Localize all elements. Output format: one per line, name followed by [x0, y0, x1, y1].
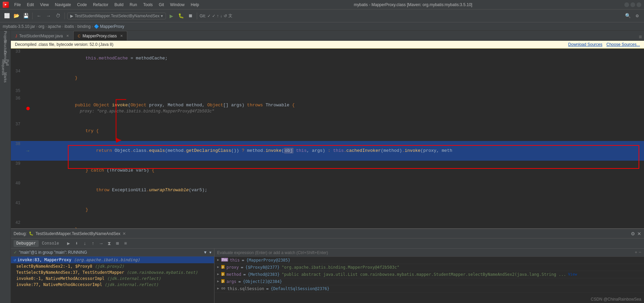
var-arrow-this[interactable]: ▶ [217, 258, 219, 262]
debug-frame-2[interactable]: TestSelectByNameAndSex:37, TestStudentMa… [11, 269, 214, 275]
git-checkmark2[interactable]: ✓ [212, 14, 215, 18]
forward-btn[interactable]: → [44, 12, 53, 20]
debug-run-config[interactable]: TestStudentMapper.TestSelectByNameAndSex [36, 231, 120, 236]
var-name-method: method [227, 272, 241, 277]
sidebar-marks[interactable]: Marks [1, 73, 10, 82]
debug-run-to-cursor-icon[interactable]: → [98, 240, 105, 247]
menu-file[interactable]: File [12, 2, 23, 8]
var-arrow-method[interactable]: ▶ [217, 272, 219, 276]
filter-dropdown-icon[interactable]: ▾ [209, 250, 211, 255]
debug-close-icon[interactable]: ✕ [637, 231, 641, 236]
breadcrumb-mapperproxy[interactable]: MapperProxy [100, 24, 124, 29]
debug-frame-1[interactable]: selectByNameAndSex2:-1, $Proxy8 (jdk.pro… [11, 263, 214, 269]
var-arrow-args[interactable]: ▶ [217, 279, 219, 283]
debug-frame-3[interactable]: invoke0:-1, NativeMethodAccessorImpl (jd… [11, 275, 214, 282]
menu-help[interactable]: Help [188, 2, 202, 8]
breadcrumb-binding[interactable]: binding [77, 24, 91, 29]
menu-edit[interactable]: Edit [24, 2, 37, 8]
eval-minus-icon[interactable]: − [639, 250, 641, 255]
debug-stop-over-icon[interactable]: ⬇ [73, 240, 80, 247]
debug-run-close[interactable]: ✕ [122, 231, 126, 236]
open-btn[interactable]: 📂 [12, 12, 20, 20]
sidebar-pull-requests[interactable]: Pull Requests [1, 63, 10, 72]
git-pull[interactable]: ↓ [220, 14, 222, 18]
line-content-38: return Object.class.equals(method.getDec… [31, 141, 644, 161]
debug-step-out-icon[interactable]: ↑ [90, 240, 96, 247]
line-content-33: this.methodCache = methodCache; [31, 49, 644, 68]
breadcrumb: mybatis-3.5.10.jar › org › apache › ibat… [0, 22, 644, 31]
menu-refactor[interactable]: Refactor [90, 2, 111, 8]
menu-build[interactable]: Build [112, 2, 126, 8]
tab-settings-right[interactable]: ≡ [639, 34, 644, 40]
breadcrumb-org[interactable]: org [38, 24, 44, 29]
decompiled-text: Decompiled .class file, bytecode version… [15, 42, 113, 47]
maximize-button[interactable] [630, 2, 635, 7]
var-arrow-sqlsession[interactable]: ▶ [217, 286, 219, 290]
git-checkmark[interactable]: ✓ [207, 14, 211, 18]
debug-tab-debugger[interactable]: Debugger [14, 240, 39, 247]
eval-add-icon[interactable]: + [634, 250, 637, 255]
breadcrumb-ibatis[interactable]: ibatis [64, 24, 74, 29]
line-content-34: } [31, 68, 644, 88]
debug-content: ✓ "main"@1 in group "main": RUNNING ▼ ▾ … [11, 249, 644, 303]
debug-frame-0[interactable]: ↺ invoke:83, MapperProxy (org.apache.iba… [11, 256, 214, 263]
code-editor[interactable]: 33 this.methodCache = methodCache; 34 } [11, 49, 644, 228]
run-config-label: TestStudentMapper.TestSelectByNameAndSex [75, 14, 159, 18]
var-arrow-proxy[interactable]: ▶ [217, 265, 219, 269]
gutter-38: → [24, 141, 31, 161]
debug-settings-icon[interactable]: ⚙ [631, 231, 635, 236]
run-config-dropdown[interactable]: ▾ [161, 14, 163, 18]
new-project-btn[interactable]: ⬜ [3, 12, 11, 20]
history-btn[interactable]: ⏱ [54, 12, 62, 20]
git-push[interactable]: ↑ [217, 14, 219, 18]
var-str-method: "public abstract java.util.List com.rain… [282, 272, 566, 277]
breadcrumb-apache[interactable]: apache [48, 24, 61, 29]
save-btn[interactable]: 💾 [22, 12, 30, 20]
code-line-36: 36 ⬤ public Object invoke(Object proxy, … [11, 95, 644, 121]
eval-input[interactable] [217, 250, 634, 255]
sidebar-structure[interactable]: Structure [1, 42, 10, 52]
code-lines: 33 this.methodCache = methodCache; 34 } [11, 49, 644, 228]
git-translate[interactable]: 文 [228, 13, 232, 19]
debug-resume-icon[interactable]: ▶ [65, 240, 72, 247]
debug-settings2-icon[interactable]: ≡ [122, 240, 129, 247]
menu-code[interactable]: Code [74, 2, 90, 8]
var-val-sqlsession: {DefaultSqlSession@2376} [271, 286, 329, 291]
filter-icon[interactable]: ▼ [203, 250, 207, 255]
debug-restore-layout-icon[interactable]: ⊞ [114, 240, 121, 247]
run-button[interactable]: ▶ [167, 12, 175, 20]
git-fetch[interactable]: ↺ [224, 14, 227, 18]
debug-step-into-icon[interactable]: ↓ [81, 240, 88, 247]
menu-navigate[interactable]: Navigate [52, 2, 74, 8]
debug-eval-icon[interactable]: ⧗ [106, 240, 113, 247]
menu-view[interactable]: View [37, 2, 52, 8]
run-config-box[interactable]: ▶ TestStudentMapper.TestSelectByNameAndS… [67, 13, 166, 19]
search-btn[interactable]: 🔍 [624, 12, 632, 20]
debug-button[interactable]: 🐛 [177, 12, 185, 20]
close-button[interactable] [637, 2, 641, 7]
tab-mapperproxy[interactable]: C MapperProxy.class ✕ [73, 31, 127, 40]
breakpoint-36[interactable]: ⬤ [26, 106, 30, 110]
menu-tools[interactable]: Tools [140, 2, 155, 8]
menu-run[interactable]: Run [127, 2, 140, 8]
breadcrumb-jar[interactable]: mybatis-3.5.10.jar [3, 24, 35, 29]
menu-git[interactable]: Git [156, 2, 167, 8]
debug-frame-4[interactable]: invoke:77, NativeMethodAccessorImpl (jdk… [11, 282, 214, 288]
tab-close-class[interactable]: ✕ [120, 34, 123, 38]
download-sources-link[interactable]: Download Sources [568, 42, 603, 47]
oo-type-icon-sqlsession: oo [221, 286, 225, 290]
tab-close-java[interactable]: ✕ [66, 34, 69, 38]
back-btn[interactable]: ← [35, 12, 43, 20]
debug-panel: Debug: 🐛 TestStudentMapper.TestSelectByN… [11, 228, 644, 303]
choose-sources-link[interactable]: Choose Sources... [606, 42, 640, 47]
minimize-button[interactable] [624, 2, 629, 7]
menu-window[interactable]: Window [167, 2, 187, 8]
tab-teststudentmapper[interactable]: J TestStudentMapper.java ✕ [11, 31, 73, 40]
code-line-42: 42 } [11, 220, 644, 228]
var-this: ▶ this this = {MapperProxy@2385} [214, 257, 644, 264]
stop-button[interactable]: ⏹ [186, 12, 194, 20]
settings-btn[interactable]: ⚙ [633, 12, 641, 20]
debug-tab-console[interactable]: Console [39, 240, 62, 247]
code-line-37: 37 try { [11, 121, 644, 141]
var-view-link-method[interactable]: View [568, 272, 577, 277]
